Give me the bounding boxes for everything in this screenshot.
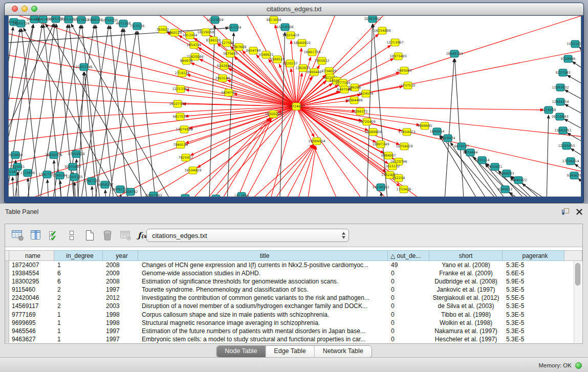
cell[interactable]: Hescheler et al. (1997) <box>429 335 503 343</box>
cell[interactable]: 18724007 <box>9 261 54 269</box>
cell[interactable]: 5.3E-5 <box>503 302 564 310</box>
cell[interactable]: 9777169 <box>9 311 54 319</box>
graph-node[interactable]: 12444154 <box>552 98 569 105</box>
cell[interactable]: de Silva et al. (2003) <box>429 302 503 310</box>
cell[interactable]: 14569117 <box>9 302 54 310</box>
graph-node[interactable]: 1917898 <box>234 192 249 196</box>
graph-node[interactable]: 252254 <box>393 174 405 182</box>
graph-node[interactable]: 12505135 <box>66 173 82 181</box>
cell[interactable]: 19384554 <box>9 269 54 277</box>
graph-node[interactable]: 8813054 <box>267 16 281 24</box>
graph-node[interactable]: 17654923 <box>398 128 415 136</box>
graph-node[interactable]: 2718126 <box>175 70 190 77</box>
cell[interactable]: Nakamura et al. (1997) <box>429 327 503 335</box>
graph-node[interactable]: 1527602 <box>74 16 89 24</box>
cell[interactable]: Estimation of the future numbers of pati… <box>138 327 388 335</box>
cell[interactable]: 9465546 <box>9 327 54 335</box>
graph-node[interactable]: 3912954 <box>183 32 198 39</box>
cell[interactable]: 22420046 <box>9 294 54 302</box>
graph-node[interactable]: 9245678 <box>567 172 581 179</box>
cell[interactable]: 9115460 <box>9 286 54 294</box>
graph-node[interactable]: 20657893 <box>145 192 162 196</box>
table-row[interactable]: 946362711997Embryonic stem cells: a mode… <box>5 335 582 343</box>
cell[interactable]: Jankovic et al. (1997) <box>429 286 503 294</box>
graph-node[interactable]: 16107558 <box>169 100 186 107</box>
graph-node[interactable]: 9474444 <box>463 149 478 156</box>
minimize-window-button[interactable] <box>21 6 28 12</box>
column-header-name[interactable]: name <box>9 250 54 261</box>
graph-node[interactable]: 17036014 <box>562 158 579 165</box>
cell[interactable]: 1997 <box>103 286 138 294</box>
cell[interactable]: 5.3E-5 <box>503 319 564 327</box>
delete-column-icon[interactable] <box>100 228 115 243</box>
cell[interactable]: 2008 <box>103 277 138 286</box>
table-row[interactable]: 2242004622012Investigating the contribut… <box>5 294 582 302</box>
graph-node[interactable]: 16194828 <box>184 167 201 174</box>
graph-node[interactable]: 16033809 <box>206 16 223 24</box>
table-row[interactable]: 911546021997Tourette syndrome. Phenomeno… <box>5 286 582 294</box>
table-selector-dropdown[interactable]: citations_edges.txt <box>146 229 349 242</box>
graph-node[interactable]: 15218506 <box>276 24 293 31</box>
cell[interactable]: Dudbridge et al. (2008) <box>429 277 503 286</box>
graph-node[interactable]: 10756928 <box>396 143 412 150</box>
cell[interactable]: 2 <box>54 302 103 310</box>
cell[interactable]: Corpus callosum shape and size in male p… <box>138 311 388 319</box>
graph-node[interactable]: 1737510 <box>401 82 416 89</box>
cell[interactable]: 2012 <box>103 294 138 302</box>
cell[interactable]: 1998 <box>103 311 138 319</box>
cell[interactable]: 1 <box>54 319 103 327</box>
graph-node[interactable]: 7386372 <box>353 108 368 115</box>
modify-table-icon[interactable] <box>10 228 26 243</box>
cell[interactable]: Embryonic stem cells: a model to study s… <box>138 335 388 343</box>
float-panel-icon[interactable] <box>561 208 570 215</box>
cell[interactable]: 0 <box>388 277 429 286</box>
cell[interactable]: 5.3E-5 <box>503 286 564 294</box>
row-height-icon[interactable] <box>64 228 79 243</box>
graph-node[interactable]: 1733426 <box>397 186 411 193</box>
table-row[interactable]: 946554611997Estimation of the future num… <box>5 327 582 335</box>
cell[interactable]: Franke et al. (2009) <box>429 269 503 277</box>
cell[interactable]: 18300295 <box>9 277 54 286</box>
graph-node[interactable]: 18807249 <box>372 141 389 148</box>
cell[interactable]: 0 <box>388 311 429 319</box>
table-row[interactable]: 977716911998Corpus callosum shape and si… <box>5 311 582 319</box>
graph-node[interactable]: 7625412 <box>179 154 193 161</box>
cell[interactable]: 2 <box>54 294 103 302</box>
close-panel-icon[interactable] <box>576 208 583 215</box>
cell[interactable]: Investigating the contribution of common… <box>138 294 388 302</box>
cell[interactable]: 1997 <box>103 327 138 335</box>
cell[interactable]: 6 <box>54 269 103 277</box>
column-header-short[interactable]: short <box>429 250 503 261</box>
cell[interactable]: 49 <box>388 261 429 269</box>
graph-node[interactable]: 9329966 <box>561 55 576 62</box>
graph-node[interactable]: 6679197 <box>454 143 469 150</box>
cell[interactable]: Changes of HCN gene expression and I(f) … <box>138 261 388 269</box>
graph-node[interactable]: 5960124 <box>167 29 182 36</box>
tab-edge-table[interactable]: Edge Table <box>265 346 314 357</box>
graph-node[interactable]: 2620650 <box>9 151 23 159</box>
cell[interactable]: 5.3E-5 <box>503 335 564 343</box>
graph-node[interactable]: 9990448 <box>307 69 322 76</box>
graph-node[interactable]: 15751074 <box>567 40 581 48</box>
cell[interactable]: Tourette syndrome. Phenomenology and cla… <box>138 286 388 294</box>
zoom-window-button[interactable] <box>31 6 37 12</box>
graph-node[interactable]: 16194567 <box>177 194 193 196</box>
graph-node[interactable]: 1615132 <box>385 163 400 170</box>
graph-node[interactable]: 7849134 <box>173 141 188 148</box>
graph-node[interactable]: 18226058 <box>197 29 214 36</box>
graph-node[interactable]: 3624554 <box>359 90 374 97</box>
graph-node[interactable]: 12213363 <box>172 85 189 93</box>
graph-node[interactable]: 10688609 <box>364 128 381 136</box>
cell[interactable]: Wolkin et al. (1998) <box>429 319 503 327</box>
graph-node[interactable]: 2935114 <box>475 157 490 164</box>
network-view[interactable]: 1872400776382259601243912954185433622420… <box>9 16 581 196</box>
column-header-in_degree[interactable]: in_degree <box>54 250 103 261</box>
cell[interactable]: 9463627 <box>9 335 54 343</box>
column-header-out_de[interactable]: △ out_de... <box>388 250 429 261</box>
cell[interactable]: 0 <box>388 327 429 335</box>
cell[interactable]: Tibbo et al. (1998) <box>429 311 503 319</box>
cell[interactable]: Estimation of significance thresholds fo… <box>138 277 388 286</box>
graph-node[interactable]: 10645422 <box>510 177 527 184</box>
cell[interactable]: 5.9E-5 <box>503 277 564 286</box>
graph-node[interactable]: 9227343 <box>556 69 571 76</box>
